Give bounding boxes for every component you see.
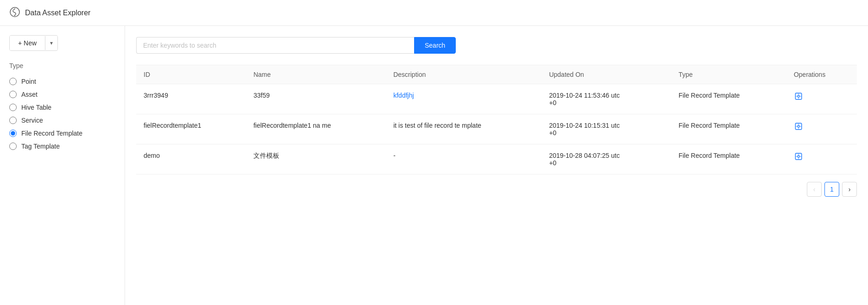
th-name: Name [246,65,386,84]
table-row: fielRecordtemplate1fielRecordtemplate1 n… [136,114,857,144]
radio-item-hive-table[interactable]: Hive Table [9,101,115,114]
radio-item-service[interactable]: Service [9,114,115,127]
th-type: Type [671,65,786,84]
main-layout: + New ▾ Type PointAssetHive TableService… [0,26,868,305]
th-updated-on: Updated On [541,65,671,84]
svg-point-2 [797,95,799,98]
current-page[interactable]: 1 [824,182,839,197]
radio-label-tag-template: Tag Template [21,143,60,150]
table-header-row: IDNameDescriptionUpdated OnTypeOperation… [136,65,857,84]
new-button-group[interactable]: + New ▾ [9,35,58,51]
cell-name: fielRecordtemplate1 na me [246,114,386,144]
th-description: Description [386,65,541,84]
data-table: IDNameDescriptionUpdated OnTypeOperation… [136,65,857,174]
view-icon[interactable] [794,92,803,101]
search-bar: Search [136,37,857,54]
cell-type: File Record Template [671,114,786,144]
cell-operations [786,144,857,174]
radio-input-file-record-template[interactable] [9,130,17,137]
cell-description: it is test of file record te mplate [386,114,541,144]
svg-point-6 [797,156,799,158]
app-header: Data Asset Explorer [0,0,868,26]
type-filter-list: PointAssetHive TableServiceFile Record T… [9,75,115,153]
view-icon[interactable] [794,152,803,161]
search-button[interactable]: Search [414,37,456,54]
cell-id: fielRecordtemplate1 [136,114,246,144]
radio-item-point[interactable]: Point [9,75,115,88]
new-button-dropdown[interactable]: ▾ [45,36,57,50]
radio-label-hive-table: Hive Table [21,104,51,111]
cell-description: - [386,144,541,174]
cell-type: File Record Template [671,84,786,114]
radio-label-service: Service [21,117,43,124]
cell-description: kfddfjhj [386,84,541,114]
cell-updated-on: 2019-10-24 11:53:46 utc +0 [541,84,671,114]
description-link[interactable]: kfddfjhj [393,92,414,99]
radio-input-tag-template[interactable] [9,143,17,150]
radio-item-asset[interactable]: Asset [9,88,115,101]
table-body: 3rrr394933f59kfddfjhj2019-10-24 11:53:46… [136,84,857,174]
view-icon[interactable] [794,122,803,131]
radio-input-asset[interactable] [9,91,17,98]
cell-operations [786,84,857,114]
next-page-button[interactable]: › [842,182,857,197]
new-button[interactable]: + New [10,36,45,50]
svg-point-4 [797,125,799,128]
table-row: 3rrr394933f59kfddfjhj2019-10-24 11:53:46… [136,84,857,114]
radio-label-point: Point [21,78,36,85]
radio-input-service[interactable] [9,117,17,124]
radio-item-file-record-template[interactable]: File Record Template [9,127,115,140]
cell-operations [786,114,857,144]
cell-type: File Record Template [671,144,786,174]
cell-id: 3rrr3949 [136,84,246,114]
content-area: Search IDNameDescriptionUpdated OnTypeOp… [125,26,868,305]
table-row: demo文件模板-2019-10-28 04:07:25 utc +0File … [136,144,857,174]
th-id: ID [136,65,246,84]
search-input[interactable] [136,37,414,54]
radio-input-point[interactable] [9,78,17,85]
radio-input-hive-table[interactable] [9,104,17,111]
prev-page-button[interactable]: ‹ [807,182,822,197]
type-section-label: Type [9,62,115,69]
radio-label-asset: Asset [21,91,38,98]
sidebar: + New ▾ Type PointAssetHive TableService… [0,26,125,305]
cell-name: 文件模板 [246,144,386,174]
radio-label-file-record-template: File Record Template [21,130,82,137]
cell-updated-on: 2019-10-28 04:07:25 utc +0 [541,144,671,174]
radio-item-tag-template[interactable]: Tag Template [9,140,115,153]
th-operations: Operations [786,65,857,84]
cell-updated-on: 2019-10-24 10:15:31 utc +0 [541,114,671,144]
app-title: Data Asset Explorer [25,9,90,17]
cell-name: 33f59 [246,84,386,114]
cell-id: demo [136,144,246,174]
app-icon [9,6,20,19]
pagination: ‹ 1 › [136,174,857,197]
